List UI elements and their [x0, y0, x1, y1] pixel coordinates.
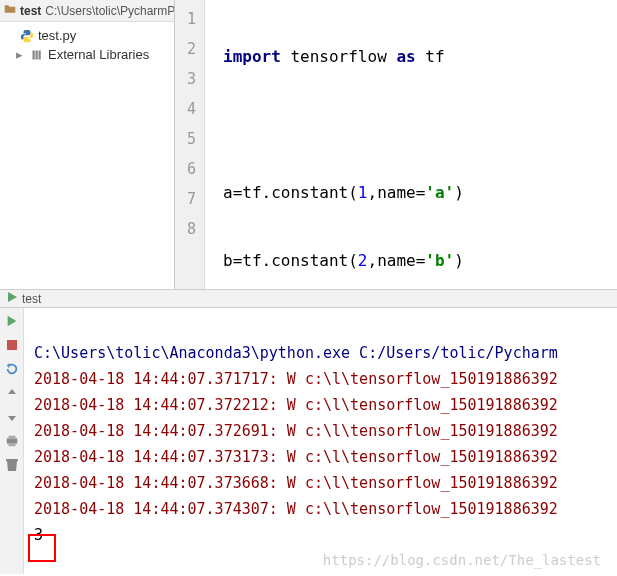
line-number: 3 — [175, 64, 204, 94]
top-pane: test C:\Users\tolic\PycharmPr test.py ▸ … — [0, 0, 617, 290]
line-number: 5 — [175, 124, 204, 154]
library-icon — [30, 48, 44, 62]
console-warning: 2018-04-18 14:44:07.374307: W c:\l\tenso… — [34, 500, 558, 518]
tree-file-label: test.py — [38, 28, 76, 43]
console-warning: 2018-04-18 14:44:07.373173: W c:\l\tenso… — [34, 448, 558, 466]
console-command: C:\Users\tolic\Anaconda3\python.exe C:/U… — [34, 344, 558, 362]
line-number: 8 — [175, 214, 204, 244]
console-result: 3 — [34, 526, 43, 544]
console-output[interactable]: C:\Users\tolic\Anaconda3\python.exe C:/U… — [24, 308, 617, 574]
line-number: 2 — [175, 34, 204, 64]
chevron-right-icon: ▸ — [12, 48, 26, 62]
run-toolbar — [0, 308, 24, 574]
up-button[interactable] — [3, 384, 21, 402]
tree-external-libraries[interactable]: ▸ External Libraries — [0, 45, 174, 64]
down-button[interactable] — [3, 408, 21, 426]
run-icon — [6, 291, 18, 306]
line-number: 6 — [175, 154, 204, 184]
breadcrumb-project: test — [20, 4, 41, 18]
console-warning: 2018-04-18 14:44:07.371717: W c:\l\tenso… — [34, 370, 558, 388]
svg-rect-2 — [39, 50, 41, 59]
console-warning: 2018-04-18 14:44:07.373668: W c:\l\tenso… — [34, 474, 558, 492]
line-number: 7 — [175, 184, 204, 214]
stop-button[interactable] — [3, 336, 21, 354]
run-panel: test C:\Users\tolic\Anaconda3\python.exe… — [0, 290, 617, 574]
run-tab-bar[interactable]: test — [0, 290, 617, 308]
editor-gutter: 1 2 3 4 5 6 7 8 — [175, 0, 205, 289]
python-file-icon — [20, 29, 34, 43]
print-button[interactable] — [3, 432, 21, 450]
line-number: 4 — [175, 94, 204, 124]
code-editor[interactable]: import tensorflow as tf a=tf.constant(1,… — [205, 0, 617, 289]
rerun-button[interactable] — [3, 312, 21, 330]
restart-button[interactable] — [3, 360, 21, 378]
tree-file-testpy[interactable]: test.py — [0, 26, 174, 45]
code-line-2 — [223, 110, 617, 140]
run-tab-label: test — [22, 292, 41, 306]
breadcrumb-path: C:\Users\tolic\PycharmPr — [45, 4, 174, 18]
editor-panel: 1 2 3 4 5 6 7 8 import tensorflow as tf … — [175, 0, 617, 289]
svg-rect-5 — [8, 436, 15, 440]
code-line-3: a=tf.constant(1,name='a') — [223, 178, 617, 208]
tree-external-label: External Libraries — [48, 47, 149, 62]
svg-rect-1 — [36, 50, 38, 59]
console-wrap: C:\Users\tolic\Anaconda3\python.exe C:/U… — [0, 308, 617, 574]
trash-button[interactable] — [3, 456, 21, 474]
code-line-4: b=tf.constant(2,name='b') — [223, 246, 617, 276]
console-warning: 2018-04-18 14:44:07.372212: W c:\l\tenso… — [34, 396, 558, 414]
svg-rect-6 — [8, 443, 15, 447]
breadcrumb[interactable]: test C:\Users\tolic\PycharmPr — [0, 0, 174, 22]
code-line-1: import tensorflow as tf — [223, 42, 617, 72]
svg-rect-3 — [7, 340, 17, 350]
console-warning: 2018-04-18 14:44:07.372691: W c:\l\tenso… — [34, 422, 558, 440]
folder-icon — [4, 3, 16, 18]
project-panel: test C:\Users\tolic\PycharmPr test.py ▸ … — [0, 0, 175, 289]
svg-rect-0 — [33, 50, 35, 59]
project-tree: test.py ▸ External Libraries — [0, 22, 174, 68]
line-number: 1 — [175, 4, 204, 34]
